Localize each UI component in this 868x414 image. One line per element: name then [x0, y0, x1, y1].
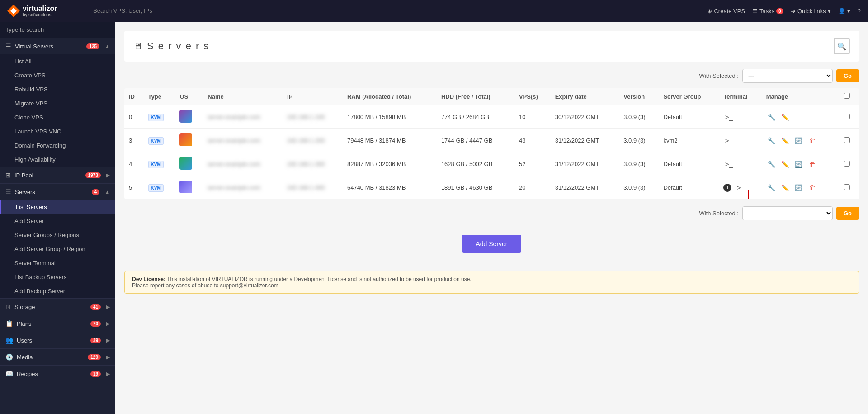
cell-id: 4: [124, 152, 144, 176]
sidebar-item-high-availability[interactable]: High Availability: [0, 152, 115, 167]
os-image: [179, 133, 192, 146]
add-server-wrap: Add Server: [124, 226, 859, 266]
cell-os: [175, 129, 203, 152]
media-icon: 💿: [5, 353, 13, 361]
cell-hdd: 1744 GB / 4447 GB: [437, 129, 514, 152]
sidebar-item-list-all[interactable]: List All: [0, 54, 115, 68]
cell-vps: 10: [514, 105, 551, 129]
row-checkbox[interactable]: [844, 161, 850, 167]
with-selected-dropdown-top[interactable]: --- Delete: [742, 69, 833, 83]
delete-icon[interactable]: 🗑: [807, 159, 818, 170]
cell-version: 3.0.9 (3): [619, 105, 659, 129]
edit-icon[interactable]: ✏️: [780, 182, 791, 193]
sidebar-item-server-terminal[interactable]: Server Terminal: [0, 256, 115, 270]
chevron-down-icon-user: ▾: [847, 8, 850, 14]
sidebar-item-domain-forwarding[interactable]: Domain Forwarding: [0, 138, 115, 152]
sidebar-header-storage[interactable]: ⊡ Storage 41 ▶: [0, 299, 115, 315]
row-checkbox[interactable]: [844, 137, 850, 143]
cell-server-group: kvm2: [659, 129, 719, 152]
cell-type: KVM: [144, 152, 175, 176]
help-button[interactable]: ?: [858, 8, 861, 14]
sidebar-item-add-server-group-region[interactable]: Add Server Group / Region: [0, 242, 115, 256]
refresh-icon[interactable]: 🔄: [793, 182, 804, 193]
cell-ram: 64740 MB / 31823 MB: [343, 176, 437, 200]
add-server-button[interactable]: Add Server: [462, 235, 521, 253]
sidebar-item-list-servers[interactable]: List Servers: [0, 200, 115, 214]
storage-icon: ⊡: [5, 303, 11, 310]
cell-version: 3.0.9 (3): [619, 129, 659, 152]
sidebar-section-ip-pool: ⊞ IP Pool 1973 ▶: [0, 167, 115, 184]
os-image: [179, 110, 192, 123]
servers-icon: ☰: [5, 188, 11, 195]
terminal-icon[interactable]: >_: [723, 159, 734, 170]
sidebar-item-rebuild-vps[interactable]: Rebuild VPS: [0, 82, 115, 96]
edit-icon[interactable]: ✏️: [780, 135, 791, 146]
create-vps-button[interactable]: ⊕ Create VPS: [707, 8, 745, 14]
sidebar-item-create-vps[interactable]: Create VPS: [0, 68, 115, 82]
cell-ram: 82887 MB / 32036 MB: [343, 152, 437, 176]
cell-type: KVM: [144, 105, 175, 129]
quick-links-button[interactable]: ➜ Quick links ▾: [791, 8, 831, 14]
cell-id: 0: [124, 105, 144, 129]
cell-type: KVM: [144, 176, 175, 200]
chevron-virtual-servers: ▲: [105, 43, 110, 49]
delete-icon[interactable]: 🗑: [807, 135, 818, 146]
sidebar-item-clone-vps[interactable]: Clone VPS: [0, 110, 115, 124]
sidebar-header-servers[interactable]: ☰ Servers 4 ▲: [0, 184, 115, 200]
sidebar-header-virtual-servers[interactable]: ☰ Virtual Servers 125 ▲: [0, 38, 115, 54]
col-os: OS: [175, 88, 203, 105]
cell-manage: 🔧 ✏️ 🔄 🗑: [762, 176, 840, 200]
refresh-icon[interactable]: 🔄: [793, 135, 804, 146]
row-checkbox[interactable]: [844, 184, 850, 190]
cell-manage: 🔧 ✏️ 🔄 🗑: [762, 152, 840, 176]
edit-icon[interactable]: ✏️: [780, 159, 791, 170]
refresh-icon[interactable]: 🔄: [793, 159, 804, 170]
chevron-ip-pool: ▶: [106, 172, 110, 178]
col-checkbox: [840, 88, 859, 105]
wrench-icon[interactable]: 🔧: [766, 182, 777, 193]
cell-server-group: Default: [659, 152, 719, 176]
plus-icon: ⊕: [707, 8, 712, 14]
col-expiry: Expiry date: [551, 88, 619, 105]
search-button[interactable]: 🔍: [834, 38, 850, 54]
sidebar-item-migrate-vps[interactable]: Migrate VPS: [0, 96, 115, 110]
wrench-icon[interactable]: 🔧: [766, 112, 777, 123]
sidebar-item-add-backup-server[interactable]: Add Backup Server: [0, 284, 115, 298]
sidebar-items-virtual-servers: List All Create VPS Rebuild VPS Migrate …: [0, 54, 115, 167]
sidebar-item-server-groups-regions[interactable]: Server Groups / Regions: [0, 228, 115, 242]
bottom-toolbar: With Selected : --- Delete Go: [124, 206, 859, 220]
sidebar-section-storage: ⊡ Storage 41 ▶: [0, 299, 115, 315]
terminal-icon[interactable]: >_: [723, 112, 734, 123]
with-selected-dropdown-bottom[interactable]: --- Delete: [742, 206, 833, 220]
topnav-search-input[interactable]: [90, 5, 225, 16]
cell-id: 3: [124, 129, 144, 152]
go-button-top[interactable]: Go: [836, 69, 859, 82]
user-menu-button[interactable]: 👤 ▾: [838, 8, 850, 14]
top-navigation: virtualizor by softaculous ⊕ Create VPS …: [0, 0, 868, 22]
go-button-bottom[interactable]: Go: [836, 207, 859, 220]
sidebar-item-list-backup-servers[interactable]: List Backup Servers: [0, 270, 115, 284]
tasks-button[interactable]: ☰ Tasks 0: [752, 8, 783, 14]
terminal-icon[interactable]: >_: [723, 135, 734, 146]
servers-table-wrap: ID Type OS Name IP RAM (Allocated / Tota…: [124, 88, 859, 199]
sidebar-item-launch-vps-vnc[interactable]: Launch VPS VNC: [0, 124, 115, 138]
chevron-plans: ▶: [106, 321, 110, 327]
sidebar-section-virtual-servers: ☰ Virtual Servers 125 ▲ List All Create …: [0, 38, 115, 167]
plans-icon: 📋: [5, 320, 13, 327]
sidebar-header-plans[interactable]: 📋 Plans 70 ▶: [0, 315, 115, 332]
wrench-icon[interactable]: 🔧: [766, 135, 777, 146]
edit-icon[interactable]: ✏️: [780, 112, 791, 123]
sidebar-header-users[interactable]: 👥 Users 39 ▶: [0, 332, 115, 348]
sidebar-header-recipes[interactable]: 📖 Recipes 19 ▶: [0, 366, 115, 382]
cell-check: [840, 176, 859, 200]
wrench-icon[interactable]: 🔧: [766, 159, 777, 170]
select-all-checkbox[interactable]: [844, 93, 850, 99]
topnav-search-wrap: [90, 5, 225, 16]
delete-icon[interactable]: 🗑: [807, 182, 818, 193]
cell-ram: 17800 MB / 15898 MB: [343, 105, 437, 129]
cell-server-group: Default: [659, 176, 719, 200]
sidebar-header-ip-pool[interactable]: ⊞ IP Pool 1973 ▶: [0, 167, 115, 183]
sidebar-header-media[interactable]: 💿 Media 129 ▶: [0, 349, 115, 365]
sidebar-item-add-server[interactable]: Add Server: [0, 214, 115, 228]
row-checkbox[interactable]: [844, 114, 850, 119]
